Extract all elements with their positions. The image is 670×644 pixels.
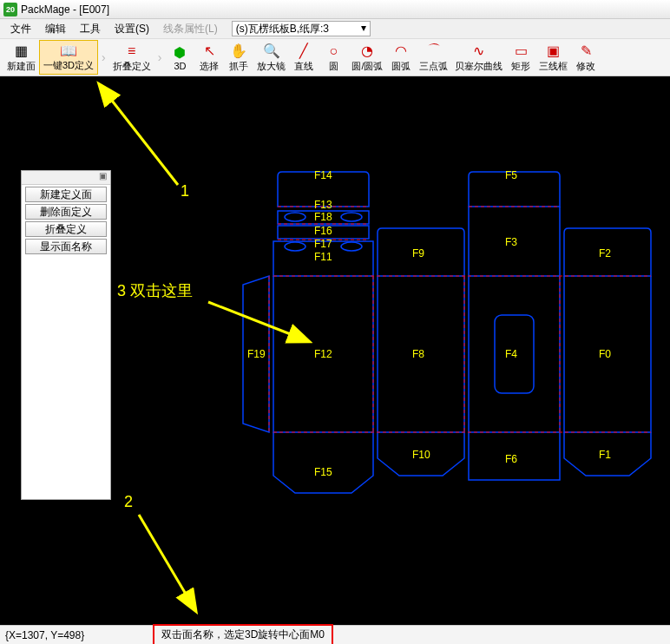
annotation-2: 2 (124, 493, 133, 511)
tool-oneclick-3d[interactable]: 📖 一键3D定义 (39, 40, 98, 75)
tool-3d[interactable]: ⬢ 3D (165, 40, 194, 75)
tool-three-wire[interactable]: ▣ 三线框 (535, 40, 571, 75)
canvas[interactable]: ▣ 新建定义面 删除面定义 折叠定义 显示面名称 (0, 76, 670, 625)
tool-circle-arc[interactable]: ◔ 圆/圆弧 (348, 40, 386, 75)
face-f14[interactable]: F14 (314, 169, 332, 181)
tool-new-face[interactable]: ▦ 新建面 (3, 40, 39, 75)
face-f5[interactable]: F5 (505, 169, 517, 181)
face-f12[interactable]: F12 (314, 348, 332, 360)
tool-fold-def[interactable]: ≡ 折叠定义 (109, 40, 154, 75)
tool-line-label: 直线 (294, 60, 313, 73)
tool-grab-label: 抓手 (229, 60, 248, 73)
toolbar: ▦ 新建面 📖 一键3D定义 › ≡ 折叠定义 › ⬢ 3D ↖ 选择 ✋ 抓手… (0, 38, 670, 76)
bezier-icon: ∿ (473, 43, 484, 60)
menu-edit[interactable]: 编辑 (38, 20, 73, 38)
tool-magnify[interactable]: 🔍 放大镜 (253, 40, 289, 75)
tool-three-pt-arc[interactable]: ⌒ 三点弧 (416, 40, 451, 75)
menubar: 文件 编辑 工具 设置(S) 线条属性(L) (s)瓦楞纸板B,纸厚:3 (0, 19, 670, 38)
toolbar-sep: › (158, 50, 162, 64)
fold-def-icon: ≡ (128, 43, 135, 60)
window-title: PackMage - [E007] (21, 3, 109, 16)
magnify-icon: 🔍 (263, 43, 280, 60)
statusbar: {X=1307, Y=498} 双击面名称，选定3D旋转中心面M0 (0, 625, 670, 644)
face-f3[interactable]: F3 (505, 236, 517, 248)
svg-line-17 (100, 85, 178, 185)
tool-modify-label: 修改 (576, 60, 595, 73)
annotation-1: 1 (181, 182, 189, 200)
circle-arc-icon: ◔ (361, 43, 373, 60)
side-delete-face-def[interactable]: 删除面定义 (25, 204, 107, 220)
face-f10[interactable]: F10 (412, 449, 430, 461)
face-f16[interactable]: F16 (314, 225, 332, 237)
tool-rect-label: 矩形 (511, 60, 530, 73)
tool-rect[interactable]: ▭ 矩形 (506, 40, 535, 75)
face-f19[interactable]: F19 (247, 348, 266, 360)
annotation-3: 3 双击这里 (117, 280, 193, 301)
face-f18[interactable]: F18 (314, 211, 332, 223)
tool-circle[interactable]: ○ 圆 (319, 40, 348, 75)
svg-point-4 (285, 242, 305, 251)
box-diagram[interactable]: F14 F5 F13 F18 F16 F17 F11 F9 F3 F2 F19 … (234, 163, 660, 562)
face-f4[interactable]: F4 (505, 348, 517, 360)
tool-grab[interactable]: ✋ 抓手 (224, 40, 253, 75)
face-f2[interactable]: F2 (599, 247, 611, 260)
grab-icon: ✋ (230, 43, 247, 60)
oneclick-3d-icon: 📖 (60, 43, 77, 59)
face-f0[interactable]: F0 (599, 348, 611, 360)
menu-line-attr[interactable]: 线条属性(L) (156, 20, 225, 38)
side-new-def-face[interactable]: 新建定义面 (25, 187, 107, 202)
face-f17[interactable]: F17 (314, 238, 332, 250)
face-f13[interactable]: F13 (314, 199, 332, 211)
status-hint: 双击面名称，选定3D旋转中心面M0 (153, 624, 333, 644)
svg-line-19 (139, 515, 195, 610)
tool-bezier-label: 贝塞尔曲线 (455, 60, 502, 73)
titlebar: 20 PackMage - [E007] (0, 0, 670, 19)
tool-three-pt-arc-label: 三点弧 (419, 60, 448, 73)
threed-icon: ⬢ (174, 43, 186, 61)
tool-bezier[interactable]: ∿ 贝塞尔曲线 (451, 40, 506, 75)
app-icon: 20 (3, 3, 17, 16)
status-hint-wrap: 双击面名称，选定3D旋转中心面M0 (153, 624, 665, 644)
side-fold-def[interactable]: 折叠定义 (25, 221, 107, 237)
tool-circle-arc-label: 圆/圆弧 (351, 60, 383, 73)
tool-line[interactable]: ╱ 直线 (289, 40, 319, 75)
face-f6[interactable]: F6 (505, 453, 517, 465)
menu-settings[interactable]: 设置(S) (108, 20, 156, 38)
line-icon: ╱ (299, 43, 308, 60)
tool-arc-label: 圆弧 (391, 60, 411, 73)
tool-3d-label: 3D (174, 61, 186, 71)
rect-icon: ▭ (515, 43, 528, 60)
tool-magnify-label: 放大镜 (257, 60, 286, 73)
face-f11[interactable]: F11 (314, 251, 332, 263)
toolbar-sep: › (102, 50, 106, 64)
side-show-face-names[interactable]: 显示面名称 (25, 239, 107, 254)
side-panel-list (22, 256, 110, 499)
side-panel-collapse[interactable]: ▣ (22, 171, 110, 185)
tool-oneclick-3d-label: 一键3D定义 (43, 59, 94, 72)
tool-modify[interactable]: ✎ 修改 (571, 40, 601, 75)
three-pt-arc-icon: ⌒ (427, 43, 441, 60)
material-dropdown[interactable]: (s)瓦楞纸板B,纸厚:3 (232, 21, 371, 36)
side-panel: ▣ 新建定义面 删除面定义 折叠定义 显示面名称 (21, 170, 111, 500)
tool-arc[interactable]: ◠ 圆弧 (386, 40, 416, 75)
svg-point-2 (285, 213, 305, 221)
face-f15[interactable]: F15 (314, 466, 332, 478)
svg-point-5 (341, 242, 362, 251)
face-f8[interactable]: F8 (412, 348, 424, 360)
tool-three-wire-label: 三线框 (539, 60, 568, 73)
modify-icon: ✎ (581, 43, 592, 60)
face-f1[interactable]: F1 (599, 449, 611, 461)
menu-tool[interactable]: 工具 (73, 20, 108, 38)
status-coords: {X=1307, Y=498} (5, 629, 153, 641)
tool-circle-label: 圆 (329, 60, 338, 73)
face-f9[interactable]: F9 (412, 247, 424, 260)
new-face-icon: ▦ (15, 43, 28, 60)
tool-select[interactable]: ↖ 选择 (194, 40, 224, 75)
menu-file[interactable]: 文件 (3, 20, 38, 38)
select-icon: ↖ (204, 43, 215, 60)
svg-point-3 (341, 213, 362, 221)
three-wire-icon: ▣ (547, 43, 560, 60)
tool-select-label: 选择 (200, 60, 219, 73)
arrow-2 (135, 510, 204, 614)
tool-new-face-label: 新建面 (7, 60, 36, 73)
